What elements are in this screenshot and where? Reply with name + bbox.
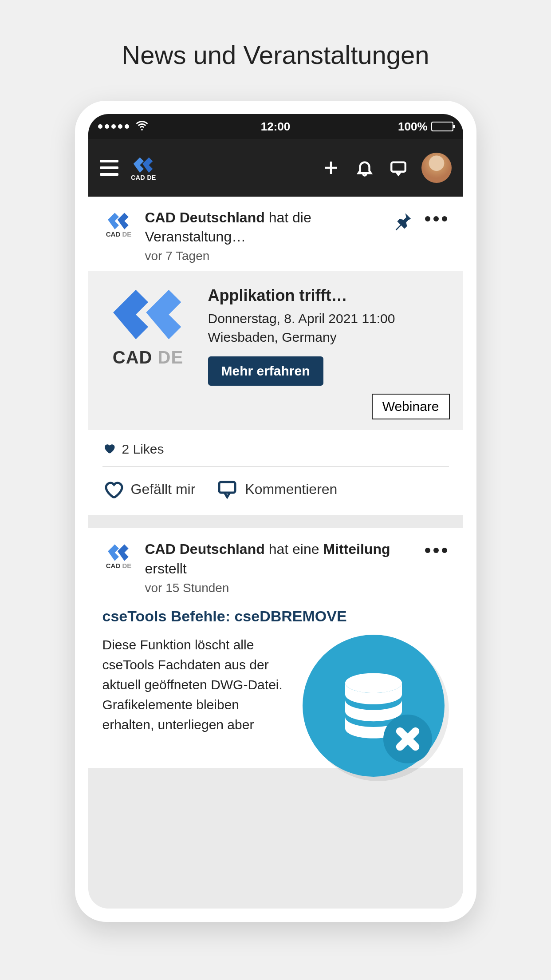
page-title: News und Veranstaltungen xyxy=(122,40,429,70)
article-title[interactable]: cseTools Befehle: cseDBREMOVE xyxy=(102,608,449,625)
logo-icon xyxy=(105,541,133,561)
battery-icon xyxy=(431,122,453,131)
like-label: Gefällt mir xyxy=(131,481,196,498)
svg-point-4 xyxy=(345,673,402,693)
post-author-logo[interactable]: CAD DE xyxy=(102,541,135,569)
pin-icon xyxy=(394,211,413,230)
avatar[interactable] xyxy=(421,153,452,183)
learn-more-button[interactable]: Mehr erfahren xyxy=(208,356,323,386)
event-info: Applikation trifft… Donnerstag, 8. April… xyxy=(208,284,450,386)
event-body: CAD DE Applikation trifft… Donnerstag, 8… xyxy=(88,271,463,430)
actions-row: Gefällt mir Kommentieren xyxy=(88,467,463,515)
battery-percent: 100% xyxy=(398,120,428,134)
post-time: vor 15 Stunden xyxy=(145,581,413,595)
menu-icon[interactable] xyxy=(100,160,118,176)
byline-mid: hat eine xyxy=(265,541,323,557)
phone-screen: 12:00 100% CAD DE xyxy=(88,114,463,909)
avatar-image xyxy=(421,153,452,183)
app-header: CAD DE xyxy=(88,139,463,197)
event-logo: CAD DE xyxy=(102,284,195,368)
event-location: Wiesbaden, Germany xyxy=(208,328,450,347)
logo-text: CAD DE xyxy=(106,230,132,238)
svg-rect-3 xyxy=(219,482,235,493)
status-left xyxy=(98,119,149,135)
status-bar: 12:00 100% xyxy=(88,114,463,139)
wifi-icon xyxy=(135,119,149,135)
comment-icon xyxy=(216,478,238,500)
status-time: 12:00 xyxy=(261,120,291,134)
comment-label: Kommentieren xyxy=(245,481,337,498)
post-header: CAD DE CAD Deutschland hat eine Mitteilu… xyxy=(88,528,463,603)
more-icon[interactable] xyxy=(423,214,449,223)
byline-end: erstellt xyxy=(145,561,187,577)
add-icon[interactable] xyxy=(320,157,342,178)
chat-icon[interactable] xyxy=(388,157,409,178)
article-text: Diese Funktion löscht alle cseTools Fach… xyxy=(102,635,291,735)
feed[interactable]: CAD DE CAD Deutschland hat die Veranstal… xyxy=(88,197,463,909)
phone-frame: 12:00 100% CAD DE xyxy=(75,101,476,922)
bell-icon[interactable] xyxy=(354,157,375,178)
heart-outline-icon xyxy=(102,478,124,500)
event-title[interactable]: Applikation trifft… xyxy=(208,286,450,305)
like-button[interactable]: Gefällt mir xyxy=(102,478,196,500)
more-icon[interactable] xyxy=(423,546,449,555)
post-byline: CAD Deutschland hat die Veranstaltung… xyxy=(145,208,384,246)
post-card: CAD DE CAD Deutschland hat eine Mitteilu… xyxy=(88,528,463,767)
article-body: cseTools Befehle: cseDBREMOVE Diese Funk… xyxy=(88,608,463,768)
post-author-logo[interactable]: CAD DE xyxy=(102,210,135,238)
post-author[interactable]: CAD Deutschland xyxy=(145,541,265,557)
logo-text: CAD DE xyxy=(131,174,156,181)
svg-rect-2 xyxy=(391,162,405,172)
signal-dots-icon xyxy=(98,124,129,129)
event-logo-text: CAD DE xyxy=(113,348,183,368)
app-logo[interactable]: CAD DE xyxy=(131,154,157,181)
post-time: vor 7 Tagen xyxy=(145,249,384,263)
status-right: 100% xyxy=(398,120,453,134)
event-date: Donnerstag, 8. April 2021 11:00 xyxy=(208,309,450,328)
heart-filled-icon xyxy=(102,442,116,457)
post-author[interactable]: CAD Deutschland xyxy=(145,209,265,225)
logo-icon xyxy=(131,154,157,173)
post-header: CAD DE CAD Deutschland hat die Veranstal… xyxy=(88,197,463,271)
logo-text: CAD DE xyxy=(106,562,132,569)
likes-row[interactable]: 2 Likes xyxy=(102,430,449,466)
database-remove-icon xyxy=(303,635,445,777)
post-card: CAD DE CAD Deutschland hat die Veranstal… xyxy=(88,197,463,515)
logo-icon xyxy=(105,210,133,229)
likes-count: 2 Likes xyxy=(122,442,164,457)
post-byline: CAD Deutschland hat eine Mitteilung erst… xyxy=(145,540,413,578)
article-image xyxy=(303,635,449,759)
logo-icon xyxy=(106,284,190,341)
tag-webinare[interactable]: Webinare xyxy=(372,394,450,419)
byline-bold2: Mitteilung xyxy=(323,541,390,557)
x-icon xyxy=(383,715,432,763)
post-meta: CAD Deutschland hat die Veranstaltung… v… xyxy=(145,208,384,263)
post-meta: CAD Deutschland hat eine Mitteilung erst… xyxy=(145,540,413,595)
comment-button[interactable]: Kommentieren xyxy=(216,478,337,500)
